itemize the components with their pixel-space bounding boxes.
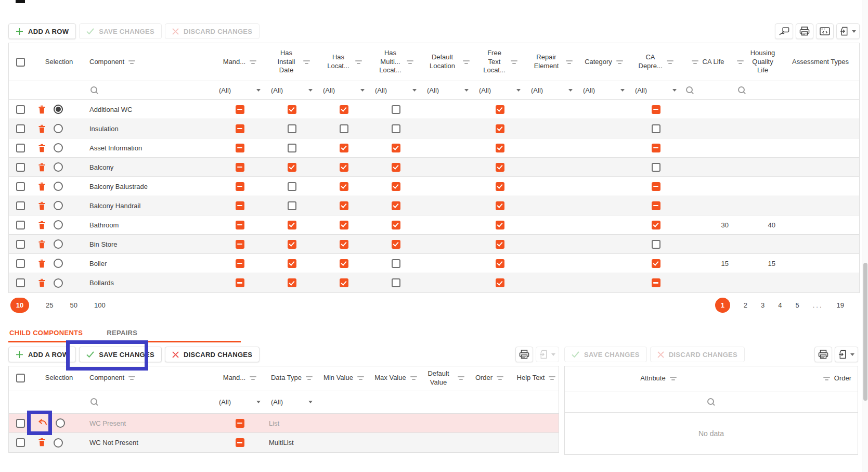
ca-depreciation-checkbox[interactable]: [652, 163, 660, 172]
filter-has-locat[interactable]: (All): [318, 81, 370, 99]
row-checkbox[interactable]: [16, 221, 25, 229]
filter-icon[interactable]: [303, 60, 310, 64]
page-4[interactable]: 4: [778, 301, 782, 309]
row-radio[interactable]: [54, 124, 63, 133]
has-location-checkbox[interactable]: [340, 163, 348, 172]
has-multi-location-checkbox[interactable]: [392, 124, 400, 133]
filter-icon[interactable]: [566, 60, 573, 64]
filter-icon[interactable]: [250, 376, 256, 380]
free-text-location-checkbox[interactable]: [496, 221, 504, 229]
trash-icon[interactable]: [38, 182, 46, 191]
mandatory-checkbox[interactable]: [236, 259, 244, 268]
trash-icon[interactable]: [38, 124, 46, 133]
trash-icon[interactable]: [38, 240, 46, 249]
mandatory-checkbox[interactable]: [236, 201, 244, 210]
free-text-location-checkbox[interactable]: [496, 259, 504, 268]
search-icon[interactable]: [686, 86, 694, 94]
filter-icon[interactable]: [407, 60, 413, 64]
has-install-date-checkbox[interactable]: [288, 240, 296, 249]
ca-depreciation-checkbox[interactable]: [652, 182, 660, 191]
filter-has-multi[interactable]: (All): [370, 81, 422, 99]
filter-ca-depre[interactable]: (All): [630, 81, 682, 99]
filter-data-type[interactable]: (All): [266, 390, 318, 413]
filter-icon[interactable]: [667, 60, 673, 64]
filter-default-location[interactable]: (All): [422, 81, 474, 99]
free-text-location-checkbox[interactable]: [496, 182, 504, 191]
search-icon[interactable]: [90, 86, 98, 94]
page-5[interactable]: 5: [795, 301, 799, 309]
has-location-checkbox[interactable]: [340, 105, 348, 114]
row-radio[interactable]: [54, 438, 63, 448]
mandatory-checkbox[interactable]: [236, 278, 244, 287]
ca-depreciation-checkbox[interactable]: [652, 240, 660, 249]
row-radio[interactable]: [54, 259, 63, 268]
row-radio[interactable]: [54, 201, 63, 210]
free-text-location-checkbox[interactable]: [496, 163, 504, 172]
filter-icon[interactable]: [355, 60, 362, 64]
export-button[interactable]: [836, 23, 860, 39]
print-button[interactable]: [796, 23, 813, 39]
hand-card-button[interactable]: [775, 23, 793, 39]
page-2[interactable]: 2: [744, 301, 747, 309]
tab-child-components[interactable]: CHILD COMPONENTS: [9, 329, 83, 337]
filter-icon[interactable]: [511, 60, 517, 64]
page-size-10[interactable]: 10: [10, 298, 29, 313]
filter-repair-element[interactable]: (All): [526, 81, 578, 99]
delete-row-button[interactable]: [38, 438, 46, 448]
row-checkbox[interactable]: [16, 105, 25, 114]
ca-depreciation-checkbox[interactable]: [652, 124, 660, 133]
row-radio[interactable]: [56, 418, 65, 428]
free-text-location-checkbox[interactable]: [496, 144, 504, 152]
ca-depreciation-checkbox[interactable]: [652, 278, 660, 287]
ca-depreciation-checkbox[interactable]: [652, 144, 660, 152]
row-radio[interactable]: [54, 182, 63, 191]
filter-has-install[interactable]: (All): [266, 81, 318, 99]
child-add-row-button[interactable]: ADD A ROW: [8, 347, 76, 362]
filter-icon[interactable]: [549, 376, 555, 380]
has-location-checkbox[interactable]: [340, 144, 348, 152]
row-checkbox[interactable]: [16, 201, 25, 210]
page-19[interactable]: 19: [837, 301, 844, 309]
row-checkbox[interactable]: [16, 438, 25, 447]
page-size-100[interactable]: 100: [94, 301, 106, 309]
trash-icon[interactable]: [38, 144, 46, 152]
has-install-date-checkbox[interactable]: [288, 163, 296, 172]
trash-icon[interactable]: [38, 278, 46, 287]
filter-icon[interactable]: [357, 376, 364, 380]
has-multi-location-checkbox[interactable]: [392, 201, 400, 210]
child-save-changes-button[interactable]: SAVE CHANGES: [79, 347, 162, 362]
has-location-checkbox[interactable]: [340, 124, 348, 133]
has-location-checkbox[interactable]: [340, 259, 348, 268]
search-icon[interactable]: [707, 398, 715, 406]
has-multi-location-checkbox[interactable]: [392, 221, 400, 229]
has-install-date-checkbox[interactable]: [288, 182, 296, 191]
has-location-checkbox[interactable]: [340, 240, 348, 249]
page-size-50[interactable]: 50: [70, 301, 77, 309]
has-location-checkbox[interactable]: [340, 221, 348, 229]
free-text-location-checkbox[interactable]: [496, 278, 504, 287]
filter-icon[interactable]: [463, 60, 470, 64]
trash-icon[interactable]: [38, 201, 46, 210]
mandatory-checkbox[interactable]: [236, 419, 244, 428]
undo-delete-button[interactable]: [38, 418, 48, 428]
has-multi-location-checkbox[interactable]: [392, 144, 400, 152]
code-view-button[interactable]: [816, 23, 834, 39]
filter-icon[interactable]: [823, 377, 830, 380]
has-multi-location-checkbox[interactable]: [392, 163, 400, 172]
row-radio[interactable]: [54, 162, 63, 172]
ca-depreciation-checkbox[interactable]: [652, 105, 660, 114]
filter-category[interactable]: (All): [578, 81, 630, 99]
filter-icon[interactable]: [458, 376, 464, 380]
filter-icon[interactable]: [306, 376, 313, 380]
search-icon[interactable]: [90, 398, 98, 406]
has-install-date-checkbox[interactable]: [288, 144, 296, 152]
filter-icon[interactable]: [128, 376, 135, 380]
has-install-date-checkbox[interactable]: [288, 221, 296, 229]
mandatory-checkbox[interactable]: [236, 124, 244, 133]
row-checkbox[interactable]: [16, 144, 25, 152]
free-text-location-checkbox[interactable]: [496, 124, 504, 133]
trash-icon[interactable]: [38, 163, 46, 172]
mandatory-checkbox[interactable]: [236, 221, 244, 229]
mandatory-checkbox[interactable]: [236, 240, 244, 249]
has-install-date-checkbox[interactable]: [288, 124, 296, 133]
